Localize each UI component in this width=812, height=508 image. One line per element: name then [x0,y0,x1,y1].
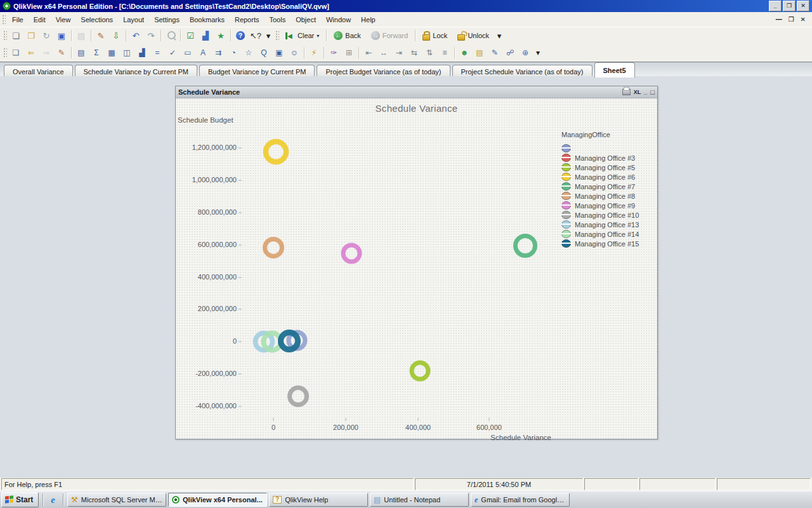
bubble-managing-office-6[interactable] [266,142,286,162]
design-grid-button[interactable]: ⊞ [341,45,357,60]
redo-button[interactable]: ↷ [143,28,159,43]
toolbar-grip[interactable] [3,30,7,41]
print-button[interactable]: ▤ [74,28,89,43]
demote-sheet-button[interactable]: ⇒ [39,45,54,60]
create-custom-object-button[interactable]: ☺ [287,45,302,60]
promote-sheet-button[interactable]: ⇐ [23,45,39,60]
undo-button[interactable]: ↶ [128,28,143,43]
reload-data-button[interactable]: ⇩ [108,28,124,43]
document-minimize-button[interactable]: — [776,16,782,23]
document-close-button[interactable]: ✕ [801,16,806,23]
legend-item-managing-office-10[interactable]: Managing Office #10 [561,210,639,220]
taskbar-task-qlikview-x64-personal-[interactable]: QlikView x64 Personal... [168,493,267,507]
design-toolbar-overflow-button[interactable]: ▾ [533,45,543,60]
bubble-managing-office-9[interactable] [343,245,360,262]
add-bookmark-button[interactable]: ★ [213,28,228,43]
taskbar-task-qlikview-help[interactable]: ?QlikView Help [269,493,368,507]
start-button[interactable]: Start [1,492,39,507]
sheet-properties-button[interactable]: ✎ [54,45,69,60]
format-painter-button[interactable]: ✑ [326,45,341,60]
menu-reports[interactable]: Reports [230,14,265,25]
create-container-button[interactable]: ▣ [272,45,287,60]
chart-export-excel-button[interactable]: XL [634,90,641,95]
menu-object[interactable]: Object [291,14,321,25]
quick-chart-wizard-button[interactable]: ▟ [198,28,213,43]
window-minimize-button[interactable]: _ [769,1,782,11]
create-listbox-button[interactable]: ▤ [74,45,89,60]
legend-item-managing-office-5[interactable]: Managing Office #5 [561,163,639,172]
edit-script-button[interactable]: ✎ [93,28,108,43]
clear-button[interactable]: Clear ▾ [280,30,324,41]
new-sheet-button[interactable]: ❏ [8,45,23,60]
expression-overview-button[interactable]: ☍ [502,45,518,60]
forward-button[interactable]: Forward [366,29,413,42]
internet-explorer-quicklaunch-icon[interactable]: e [47,495,59,505]
taskbar-task-gmail-email-from-google-[interactable]: eGmail: Email from Google ... [471,493,570,507]
taskbar-task-untitled-notepad[interactable]: ▤Untitled - Notepad [370,493,469,507]
chart-wizard-button[interactable]: ⚡ [306,45,322,60]
help-button[interactable] [233,28,248,43]
menu-selections[interactable]: Selections [75,14,118,25]
edit-module-button[interactable]: ✎ [487,45,502,60]
create-chart-button[interactable]: ▟ [134,45,150,60]
create-text-object-button[interactable]: A [195,45,211,60]
legend-item-managing-office-7[interactable]: Managing Office #7 [561,182,639,191]
menu-tools[interactable]: Tools [264,14,291,25]
whats-this-button[interactable]: ↖? [248,28,263,43]
notes-button[interactable]: ☻ [457,45,472,60]
create-current-selections-box-button[interactable]: ✓ [165,45,180,60]
legend-item-managing-office-13[interactable]: Managing Office #13 [561,220,639,229]
align-center-button[interactable]: ↔ [376,45,391,60]
create-statistics-box-button[interactable]: Σ [89,45,104,60]
align-left-button[interactable]: ⇤ [361,45,376,60]
clear-dropdown-icon[interactable]: ▾ [317,33,319,39]
tab-overall-variance[interactable]: Overall Variance [4,65,73,77]
tab-project-budget-variance-as-of-today-[interactable]: Project Budget Variance (as of today) [317,65,450,77]
bubble-managing-office-5[interactable] [412,363,428,379]
create-table-box-button[interactable]: ▦ [104,45,119,60]
window-close-button[interactable]: ✕ [797,1,809,11]
chart-window-caption[interactable]: Schedule Variance XL _ □ [176,86,657,98]
window-restore-button[interactable]: ❐ [783,1,796,11]
create-bookmark-object-button[interactable]: ☆ [241,45,256,60]
back-button[interactable]: Back [329,29,365,42]
bubble-managing-office-7[interactable] [516,236,535,256]
tab-schedule-variance-by-current-pm[interactable]: Schedule Variance by Current PM [75,65,198,77]
current-selections-button[interactable]: ☑ [183,28,198,43]
search-button[interactable] [163,28,178,43]
menubar-grip[interactable] [1,14,6,25]
bubble-managing-office-10[interactable] [290,388,307,405]
open-file-button[interactable]: ❒ [23,28,39,43]
tab-budget-variance-by-current-pm[interactable]: Budget Variance by Current PM [199,65,315,77]
legend-item-managing-office-9[interactable]: Managing Office #9 [561,201,639,210]
menu-settings[interactable]: Settings [149,14,185,25]
unlock-button[interactable]: Unlock [452,29,494,43]
legend-item-managing-office-6[interactable]: Managing Office #6 [561,172,639,182]
create-search-object-button[interactable]: Q [256,45,272,60]
chart-print-button[interactable] [622,89,631,95]
legend-item-managing-office-14[interactable]: Managing Office #14 [561,229,639,239]
legend-item-managing-office-8[interactable]: Managing Office #8 [561,191,639,201]
space-vertically-button[interactable]: ⇅ [422,45,437,60]
design-toolbar-grip[interactable] [3,47,7,58]
taskbar-task-microsoft-sql-server-ma-[interactable]: ⚒Microsoft SQL Server Ma... [67,493,166,507]
legend-item-managing-office-3[interactable]: Managing Office #3 [561,153,639,163]
create-slider-object-button[interactable]: ⇉ [211,45,226,60]
new-file-button[interactable]: ❏ [8,28,23,43]
menu-edit[interactable]: Edit [29,14,51,25]
legend-item-managing-office-15[interactable]: Managing Office #15 [561,239,639,248]
create-input-box-button[interactable]: = [150,45,165,60]
chart-maximize-button[interactable]: □ [650,89,655,96]
lock-button[interactable]: Lock [417,29,452,43]
save-button[interactable]: ▣ [54,28,69,43]
menu-layout[interactable]: Layout [118,14,149,25]
menu-help[interactable]: Help [356,14,381,25]
menu-bookmarks[interactable]: Bookmarks [185,14,230,25]
create-gauge-button[interactable]: ◔ [226,45,241,60]
document-restore-button[interactable]: ❐ [789,16,794,23]
menu-view[interactable]: View [51,14,76,25]
legend-item-blank[interactable] [561,144,639,153]
web-view-button[interactable]: ⊕ [518,45,533,60]
bubble-managing-office-8[interactable] [265,239,282,257]
navigation-toolbar-grip[interactable] [275,30,279,41]
